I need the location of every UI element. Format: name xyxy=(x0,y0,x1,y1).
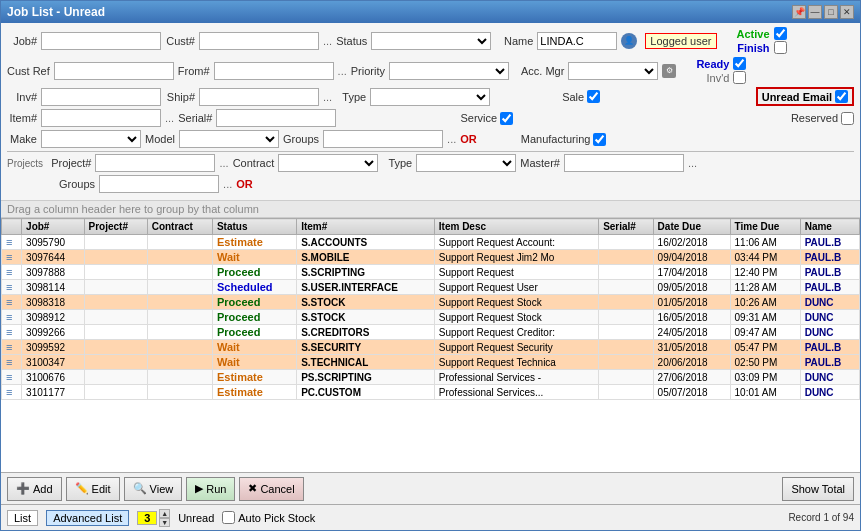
priority-select[interactable] xyxy=(389,62,509,80)
filter-row-3: Inv# Ship# ... Type Sale Unread Email xyxy=(7,87,854,106)
row-desc: Support Request User xyxy=(434,280,598,295)
active-checkbox[interactable] xyxy=(774,27,787,40)
row-contract xyxy=(147,295,212,310)
acc-mgr-select[interactable] xyxy=(568,62,658,80)
row-status: Wait xyxy=(212,340,296,355)
manufacturing-checkbox[interactable] xyxy=(593,133,606,146)
model-select[interactable] xyxy=(179,130,279,148)
minimize-button[interactable]: — xyxy=(808,5,822,19)
invd-checkbox[interactable] xyxy=(733,71,746,84)
run-button[interactable]: ▶ Run xyxy=(186,477,235,501)
maximize-button[interactable]: □ xyxy=(824,5,838,19)
col-item[interactable]: Item# xyxy=(297,219,435,235)
auto-pick-checkbox[interactable] xyxy=(222,511,235,524)
show-total-button[interactable]: Show Total xyxy=(782,477,854,501)
counter-up[interactable]: ▲ xyxy=(159,509,170,518)
col-date[interactable]: Date Due xyxy=(653,219,730,235)
model-label: Model xyxy=(145,133,175,145)
groups-input[interactable] xyxy=(323,130,443,148)
from-input[interactable] xyxy=(214,62,334,80)
cust-ref-input[interactable] xyxy=(54,62,174,80)
finish-checkbox[interactable] xyxy=(774,41,787,54)
name-input[interactable] xyxy=(537,32,617,50)
add-button[interactable]: ➕ Add xyxy=(7,477,62,501)
col-project[interactable]: Project# xyxy=(84,219,147,235)
col-status[interactable]: Status xyxy=(212,219,296,235)
title-bar-controls: 📌 — □ ✕ xyxy=(792,5,854,19)
table-row[interactable]: ≡ 3101177 Estimate PC.CUSTOM Professiona… xyxy=(2,385,860,400)
groups2-input[interactable] xyxy=(99,175,219,193)
view-button[interactable]: 🔍 View xyxy=(124,477,183,501)
ship-input[interactable] xyxy=(199,88,319,106)
table-row[interactable]: ≡ 3100676 Estimate PS.SCRIPTING Professi… xyxy=(2,370,860,385)
table-row[interactable]: ≡ 3099592 Wait S.SECURITY Support Reques… xyxy=(2,340,860,355)
row-contract xyxy=(147,235,212,250)
serial-input[interactable] xyxy=(216,109,336,127)
row-time: 11:28 AM xyxy=(730,280,800,295)
type2-select[interactable] xyxy=(416,154,516,172)
row-date: 09/05/2018 xyxy=(653,280,730,295)
row-date: 05/07/2018 xyxy=(653,385,730,400)
sale-checkbox[interactable] xyxy=(587,90,600,103)
user-icon[interactable]: 👤 xyxy=(621,33,637,49)
project-input[interactable] xyxy=(95,154,215,172)
unread-email-checkbox[interactable] xyxy=(835,90,848,103)
make-select[interactable] xyxy=(41,130,141,148)
type-select[interactable] xyxy=(370,88,490,106)
table-row[interactable]: ≡ 3098912 Proceed S.STOCK Support Reques… xyxy=(2,310,860,325)
item-input[interactable] xyxy=(41,109,161,127)
close-button[interactable]: ✕ xyxy=(840,5,854,19)
add-icon: ➕ xyxy=(16,482,30,495)
table-container[interactable]: Job# Project# Contract Status Item# Item… xyxy=(1,218,860,472)
service-checkbox[interactable] xyxy=(500,112,513,125)
list-tab[interactable]: List xyxy=(7,510,38,526)
make-label: Make xyxy=(7,133,37,145)
col-serial[interactable]: Serial# xyxy=(599,219,653,235)
col-time[interactable]: Time Due xyxy=(730,219,800,235)
row-job: 3095790 xyxy=(22,235,84,250)
cancel-button[interactable]: ✖ Cancel xyxy=(239,477,303,501)
reserved-checkbox[interactable] xyxy=(841,112,854,125)
job-input[interactable] xyxy=(41,32,161,50)
table-row[interactable]: ≡ 3097888 Proceed S.SCRIPTING Support Re… xyxy=(2,265,860,280)
table-row[interactable]: ≡ 3097644 Wait S.MOBILE Support Request … xyxy=(2,250,860,265)
row-project xyxy=(84,325,147,340)
contract-select[interactable] xyxy=(278,154,378,172)
row-name: PAUL.B xyxy=(800,355,859,370)
table-row[interactable]: ≡ 3099266 Proceed S.CREDITORS Support Re… xyxy=(2,325,860,340)
edit-icon: ✏️ xyxy=(75,482,89,495)
row-job: 3099266 xyxy=(22,325,84,340)
gear-icon[interactable]: ⚙ xyxy=(662,64,676,78)
table-row[interactable]: ≡ 3098318 Proceed S.STOCK Support Reques… xyxy=(2,295,860,310)
table-row[interactable]: ≡ 3100347 Wait S.TECHNICAL Support Reque… xyxy=(2,355,860,370)
master-input[interactable] xyxy=(564,154,684,172)
advanced-list-tab[interactable]: Advanced List xyxy=(46,510,129,526)
row-name: DUNC xyxy=(800,310,859,325)
filter-area: Job# Cust# ... Status Name 👤 Logged user… xyxy=(1,23,860,201)
status-select[interactable] xyxy=(371,32,491,50)
unread-email-button[interactable]: Unread Email xyxy=(756,87,854,106)
table-row[interactable]: ≡ 3098114 Scheduled S.USER.INTERFACE Sup… xyxy=(2,280,860,295)
pin-button[interactable]: 📌 xyxy=(792,5,806,19)
ship-label: Ship# xyxy=(165,91,195,103)
col-name[interactable]: Name xyxy=(800,219,859,235)
row-serial xyxy=(599,385,653,400)
row-time: 03:09 PM xyxy=(730,370,800,385)
ready-checkbox[interactable] xyxy=(733,57,746,70)
row-desc: Support Request Creditor: xyxy=(434,325,598,340)
counter: 3 ▲ ▼ xyxy=(137,509,170,527)
priority-label: Priority xyxy=(351,65,385,77)
col-icon[interactable] xyxy=(2,219,22,235)
col-contract[interactable]: Contract xyxy=(147,219,212,235)
row-desc: Support Request Stock xyxy=(434,310,598,325)
col-desc[interactable]: Item Desc xyxy=(434,219,598,235)
groups2-label: Groups xyxy=(59,178,95,190)
col-job[interactable]: Job# xyxy=(22,219,84,235)
cust-input[interactable] xyxy=(199,32,319,50)
row-time: 09:31 AM xyxy=(730,310,800,325)
edit-button[interactable]: ✏️ Edit xyxy=(66,477,120,501)
table-row[interactable]: ≡ 3095790 Estimate S.ACCOUNTS Support Re… xyxy=(2,235,860,250)
row-job: 3099592 xyxy=(22,340,84,355)
inv-input[interactable] xyxy=(41,88,161,106)
counter-down[interactable]: ▼ xyxy=(159,518,170,527)
